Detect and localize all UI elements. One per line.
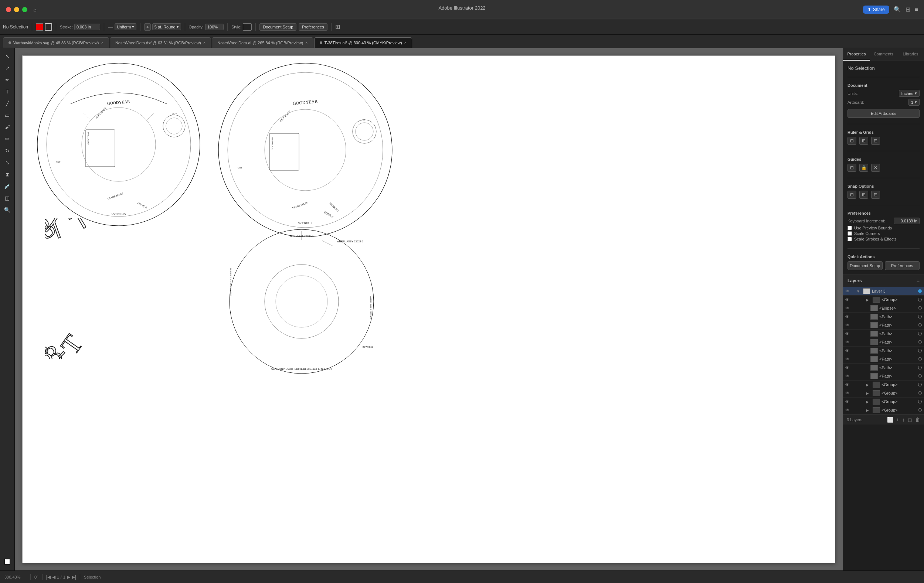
layer-item-path1[interactable]: 👁 <Path> xyxy=(843,313,924,321)
style-swatch[interactable] xyxy=(243,23,252,31)
layer-target-group5[interactable] xyxy=(918,408,922,412)
snap-to-point-icon[interactable]: ⊞ xyxy=(859,191,868,199)
keyboard-increment-input[interactable] xyxy=(894,217,919,224)
layer-target-path6[interactable] xyxy=(918,357,922,361)
tab-nosewheel-ai[interactable]: NoseWheelData.ai @ 265.84 % (RGB/Preview… xyxy=(212,37,313,48)
eye-icon-path4[interactable]: 👁 xyxy=(845,340,850,344)
make-mask-button[interactable]: ⬜ xyxy=(887,417,893,423)
close-button[interactable] xyxy=(6,7,11,12)
search-button[interactable]: 🔍 xyxy=(894,6,901,13)
preferences-toolbar-button[interactable]: Preferences xyxy=(299,23,327,31)
layer-target-path4[interactable] xyxy=(918,340,922,344)
layer-target-path5[interactable] xyxy=(918,349,922,352)
tab-close-warhawk[interactable]: × xyxy=(101,41,103,45)
scale-tool[interactable]: ⤡ xyxy=(2,157,13,168)
eyedropper-tool[interactable]: 💉 xyxy=(2,181,13,191)
layer-item-layer3[interactable]: 👁 ▼ Layer 3 xyxy=(843,287,924,296)
eye-icon-layer3[interactable]: 👁 xyxy=(845,289,850,293)
fill-color-tool[interactable] xyxy=(2,557,13,567)
zoom-tool[interactable]: 🔍 xyxy=(2,205,13,215)
layers-menu-icon[interactable]: ≡ xyxy=(917,278,919,284)
smart-guides-icon[interactable]: ⊟ xyxy=(871,191,880,199)
tab-close-t38tires[interactable]: × xyxy=(404,41,407,45)
layer-item-group3[interactable]: 👁 ▶ <Group> xyxy=(843,389,924,397)
layer-target-path8[interactable] xyxy=(918,374,922,378)
tab-nosewheel-dxf[interactable]: NoseWheelData.dxf @ 63.61 % (RGB/Preview… xyxy=(110,37,211,48)
doc-setup-button[interactable]: Document Setup xyxy=(259,23,296,31)
layer-item-group5[interactable]: 👁 ▶ <Group> xyxy=(843,406,924,415)
layer-target-path2[interactable] xyxy=(918,323,922,327)
ruler-icon[interactable]: ⊡ xyxy=(848,137,856,145)
layer-target-group3[interactable] xyxy=(918,391,922,395)
eye-icon-group4[interactable]: 👁 xyxy=(845,399,850,404)
expand-icon-group5[interactable]: ▶ xyxy=(866,408,871,412)
layer-item-group2[interactable]: 👁 ▶ <Group> xyxy=(843,380,924,389)
layer-item-group1[interactable]: 👁 ▶ <Group> xyxy=(843,296,924,304)
delete-layer-button[interactable]: 🗑 xyxy=(915,417,920,423)
maximize-button[interactable] xyxy=(22,7,27,12)
expand-icon-group1[interactable]: ▶ xyxy=(866,298,871,302)
layer-target-path3[interactable] xyxy=(918,332,922,336)
layer-item-path4[interactable]: 👁 <Path> xyxy=(843,338,924,347)
layer-target-group1[interactable] xyxy=(918,298,922,301)
uniform-dropdown[interactable]: Uniform ▾ xyxy=(115,23,137,30)
stroke-swatch[interactable] xyxy=(45,23,52,31)
select-tool[interactable]: ↖ xyxy=(2,51,13,61)
clear-guides-icon[interactable]: ✕ xyxy=(871,164,880,172)
first-page-button[interactable]: |◀ xyxy=(46,575,51,580)
direct-select-tool[interactable]: ↗ xyxy=(2,63,13,73)
scale-strokes-checkbox[interactable] xyxy=(848,237,852,241)
fill-swatch[interactable] xyxy=(36,23,43,31)
scale-corners-checkbox[interactable] xyxy=(848,231,852,236)
prev-page-button[interactable]: ◀ xyxy=(52,575,55,580)
layer-target-group4[interactable] xyxy=(918,400,922,403)
expand-icon-layer3[interactable]: ▼ xyxy=(856,289,861,293)
collect-in-new-layer-button[interactable]: ◻ xyxy=(908,417,912,423)
layer-item-path2[interactable]: 👁 <Path> xyxy=(843,321,924,329)
line-tool[interactable]: ╱ xyxy=(2,98,13,109)
artboard-dropdown[interactable]: 1 ▾ xyxy=(909,99,919,105)
expand-icon-group4[interactable]: ▶ xyxy=(866,400,871,404)
tab-comments[interactable]: Comments xyxy=(870,48,897,61)
eye-icon-path5[interactable]: 👁 xyxy=(845,348,850,353)
tab-properties[interactable]: Properties xyxy=(843,48,870,61)
layer-item-path3[interactable]: 👁 <Path> xyxy=(843,329,924,338)
eye-icon-path2[interactable]: 👁 xyxy=(845,323,850,327)
show-guides-icon[interactable]: ⊡ xyxy=(848,164,856,172)
use-preview-bounds-checkbox[interactable] xyxy=(848,226,852,230)
preferences-qa-button[interactable]: Preferences xyxy=(885,261,920,270)
stroke-input[interactable] xyxy=(74,24,100,30)
pen-tool[interactable]: ✒ xyxy=(2,75,13,85)
type-tool[interactable]: T xyxy=(2,86,13,97)
eye-icon-path3[interactable]: 👁 xyxy=(845,331,850,336)
opacity-input[interactable] xyxy=(205,24,224,30)
arrange-button[interactable]: ⊞ xyxy=(335,23,340,30)
tab-close-nosewheel-ai[interactable]: × xyxy=(305,41,307,45)
eye-icon-path6[interactable]: 👁 xyxy=(845,357,850,361)
layer-item-path6[interactable]: 👁 <Path> xyxy=(843,355,924,364)
round-dropdown[interactable]: 5 pt. Round ▾ xyxy=(152,23,181,30)
perspective-icon[interactable]: ⊟ xyxy=(871,137,880,145)
eye-icon-group3[interactable]: 👁 xyxy=(845,391,850,395)
tab-libraries[interactable]: Libraries xyxy=(897,48,924,61)
paintbrush-tool[interactable]: 🖌 xyxy=(2,122,13,132)
layer-target-ellipse[interactable] xyxy=(918,306,922,310)
units-dropdown[interactable]: Inches ▾ xyxy=(899,90,919,97)
last-page-button[interactable]: ▶| xyxy=(72,575,76,580)
layer-item-group4[interactable]: 👁 ▶ <Group> xyxy=(843,397,924,406)
canvas-area[interactable]: GOODYEAR AIRCRAFT STUBLESS GOODYEAR ZONE… xyxy=(15,48,843,570)
pencil-tool[interactable]: ✏ xyxy=(2,134,13,144)
eye-icon-path7[interactable]: 👁 xyxy=(845,366,850,370)
home-button[interactable]: ⌂ xyxy=(33,7,36,13)
eye-icon-group1[interactable]: 👁 xyxy=(845,297,850,302)
layer-item-path8[interactable]: 👁 <Path> xyxy=(843,372,924,380)
layer-item-path5[interactable]: 👁 <Path> xyxy=(843,347,924,355)
expand-icon-group2[interactable]: ▶ xyxy=(866,383,871,387)
grid-view-button[interactable]: ⊞ xyxy=(906,6,910,13)
edit-artboards-button[interactable]: Edit Artboards xyxy=(848,109,919,118)
eye-icon-group5[interactable]: 👁 xyxy=(845,408,850,412)
snap-to-grid-icon[interactable]: ⊡ xyxy=(848,191,856,199)
gradient-tool[interactable]: ◫ xyxy=(2,193,13,203)
layer-target-layer3[interactable] xyxy=(918,289,922,293)
layer-target-path7[interactable] xyxy=(918,366,922,369)
